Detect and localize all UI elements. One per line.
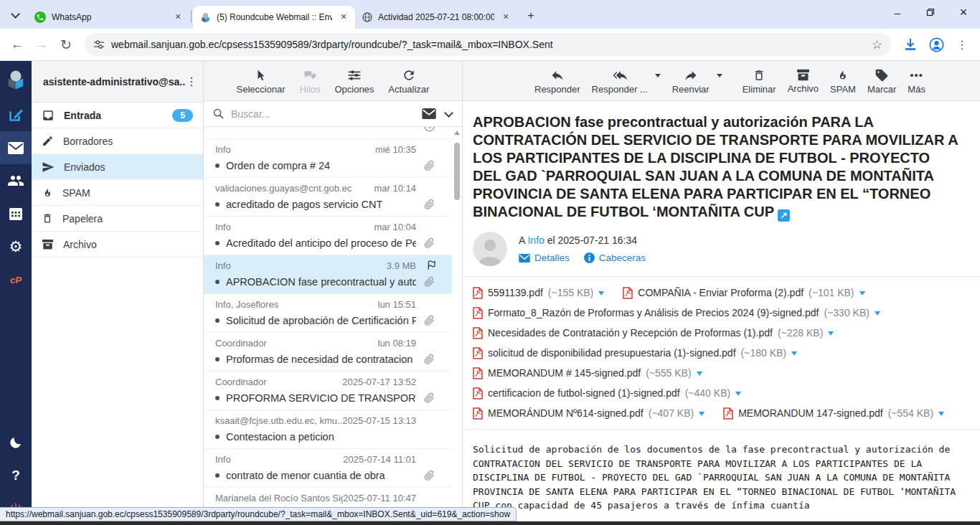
open-in-new-window-icon[interactable]: ↗	[778, 209, 790, 222]
unread-dot	[215, 473, 220, 478]
attachment-item[interactable]: Formato_8_Razón de Proformas y Análisis …	[473, 303, 880, 323]
message-row[interactable]: Info2025-07-14 11:01 contrato de menor c…	[204, 449, 452, 488]
attachment-item[interactable]: MEMORANDUM 147-signed.pdf(~554 KB)	[723, 403, 944, 423]
rail-calendar-button[interactable]	[0, 197, 32, 230]
sidebar-item-borradores[interactable]: Borradores	[32, 128, 203, 154]
delete-button[interactable]: Eliminar	[743, 68, 776, 94]
message-row[interactable]: ksaait@fcjse.utb.edu.ec, kmu...2025-07-1…	[204, 410, 452, 449]
recipient-link[interactable]: Info	[527, 235, 544, 246]
search-bar[interactable]: Buscar...	[204, 101, 462, 127]
tab-whatsapp[interactable]: WhatsApp ×	[27, 6, 189, 29]
attachment-menu-icon[interactable]	[598, 291, 604, 295]
reply-all-dropdown-icon[interactable]	[655, 74, 661, 77]
search-placeholder: Buscar...	[231, 108, 415, 120]
more-button[interactable]: ••• Más	[908, 68, 925, 94]
rail-settings-button[interactable]: ⚙	[0, 230, 32, 263]
search-scope-mail-icon[interactable]	[422, 108, 436, 119]
attachment-menu-icon[interactable]	[828, 331, 834, 336]
downloads-button[interactable]	[898, 33, 923, 56]
folder-label: Enviados	[64, 161, 105, 173]
close-window-button[interactable]: ×	[947, 0, 980, 24]
message-subject: Proformas de necesidad de contratacion m…	[226, 354, 416, 365]
reply-all-button[interactable]: Responder ...	[592, 68, 648, 94]
tab-actividad[interactable]: Actividad 2025-07-21 08:00:00 ×	[355, 6, 517, 29]
browser-menu-button[interactable]: ⋮	[950, 33, 974, 56]
forward-button[interactable]: Reenviar	[672, 68, 710, 94]
attachment-menu-icon[interactable]	[697, 372, 702, 376]
unread-dot	[215, 280, 220, 284]
tab-close-icon[interactable]: ×	[172, 11, 184, 23]
url-bar[interactable]: webmail.sanjuan.gob.ec/cpsess1535909589/…	[85, 33, 891, 56]
account-menu-button[interactable]: ⋮	[186, 75, 197, 88]
help-button[interactable]: ?	[0, 459, 32, 492]
mark-button[interactable]: Marcar	[867, 68, 896, 94]
unread-dot	[215, 357, 220, 361]
message-row[interactable]: Información financiera solicitada por BD…	[204, 127, 452, 139]
attachment-menu-icon[interactable]	[875, 311, 880, 316]
rail-contacts-button[interactable]	[0, 164, 32, 197]
minimize-button[interactable]: –	[881, 0, 914, 24]
account-header[interactable]: asistente-administrativo@sa... ⋮	[32, 61, 203, 103]
tab-roundcube[interactable]: (5) Roundcube Webmail :: Envia ×	[193, 6, 355, 29]
help-icon: ?	[11, 468, 20, 483]
attachment-item[interactable]: MEMORÁNDUM Nº614-signed.pdf(~407 KB)	[473, 403, 705, 423]
scroll-up-icon[interactable]	[454, 131, 460, 135]
archive-icon	[796, 68, 810, 82]
message-row[interactable]: Info, Josefloreslun 15:51 Solicitud de a…	[204, 294, 452, 333]
restore-button[interactable]	[914, 0, 947, 24]
rail-mail-button[interactable]	[0, 131, 32, 164]
new-tab-button[interactable]: +	[522, 6, 540, 25]
options-button[interactable]: Opciones	[334, 68, 374, 94]
sidebar-item-spam[interactable]: SPAM	[32, 180, 203, 206]
attachment-item[interactable]: solicitud de disponibilidad presupuestar…	[473, 343, 797, 363]
select-button[interactable]: Seleccionar	[237, 68, 286, 94]
attachment-menu-icon[interactable]	[859, 291, 865, 295]
attachment-item[interactable]: 5591139.pdf(~155 KB)	[473, 283, 604, 303]
attachment-item[interactable]: Necesidades de Contratación y Recepción …	[473, 323, 834, 343]
reload-button[interactable]: ↻	[55, 33, 77, 56]
forward-button[interactable]: →	[30, 33, 53, 56]
attachment-menu-icon[interactable]	[699, 412, 705, 416]
tab-close-icon[interactable]: ×	[338, 11, 349, 23]
pdf-icon	[473, 347, 483, 359]
message-row[interactable]: Infomié 10:35 Orden de compra # 24	[204, 139, 452, 178]
tab-search-button[interactable]	[6, 6, 24, 24]
profile-button[interactable]	[924, 33, 948, 56]
sidebar-item-papelera[interactable]: Papelera	[32, 206, 203, 232]
message-row[interactable]: Infomar 10:04 Acreditado del anticipo de…	[204, 217, 452, 255]
attachment-menu-icon[interactable]	[938, 412, 944, 416]
scrollbar-thumb[interactable]	[454, 143, 460, 200]
sidebar-item-archivo[interactable]: Archivo	[32, 232, 203, 257]
site-info-icon[interactable]	[93, 39, 105, 50]
list-scrollbar[interactable]	[453, 128, 461, 524]
archive-button[interactable]: Archivo	[788, 68, 819, 93]
search-options-chevron-icon[interactable]	[444, 108, 453, 118]
attachment-menu-icon[interactable]	[735, 392, 741, 396]
attachment-item[interactable]: COMPAÑIA - Enviar Proforma (2).pdf(~101 …	[623, 283, 864, 303]
details-toggle[interactable]: Detalles	[519, 252, 570, 263]
spam-button[interactable]: SPAM	[830, 68, 856, 94]
message-row-selected[interactable]: Info3.9 MB APROBACION fase precontractua…	[204, 255, 452, 294]
cpanel-button[interactable]: cP	[0, 263, 32, 296]
refresh-button[interactable]: Actualizar	[388, 68, 429, 94]
compose-icon	[8, 107, 24, 123]
unread-dot	[215, 241, 220, 245]
dark-mode-button[interactable]	[0, 426, 32, 459]
attachment-item[interactable]: certificacion de futbol-signed (1)-signe…	[473, 383, 741, 403]
message-row[interactable]: Coordinadorlun 08:19 Proformas de necesi…	[204, 333, 452, 372]
message-row[interactable]: Coordinador2025-07-17 13:52 PROFORMA SER…	[204, 372, 452, 410]
browser-window: WhatsApp × (5) Roundcube Webmail :: Envi…	[0, 0, 980, 525]
forward-dropdown-icon[interactable]	[717, 74, 722, 77]
tab-close-icon[interactable]: ×	[500, 11, 512, 23]
attachment-item[interactable]: MEMORANDUM # 145-signed.pdf(~555 KB)	[473, 363, 702, 383]
back-button[interactable]: ←	[6, 33, 29, 56]
headers-toggle[interactable]: Cabeceras	[584, 252, 646, 263]
attachment-menu-icon[interactable]	[791, 351, 797, 356]
tab-separator	[191, 10, 192, 23]
sidebar-item-enviados[interactable]: Enviados	[32, 154, 203, 180]
message-row[interactable]: validaciones.guayas@cnt.gob.ecmar 10:14 …	[204, 178, 452, 217]
reply-button[interactable]: Responder	[534, 68, 580, 94]
sidebar-item-entrada[interactable]: Entrada 5	[32, 103, 203, 128]
bookmark-star-icon[interactable]: ☆	[872, 37, 882, 52]
compose-button[interactable]	[0, 98, 32, 131]
